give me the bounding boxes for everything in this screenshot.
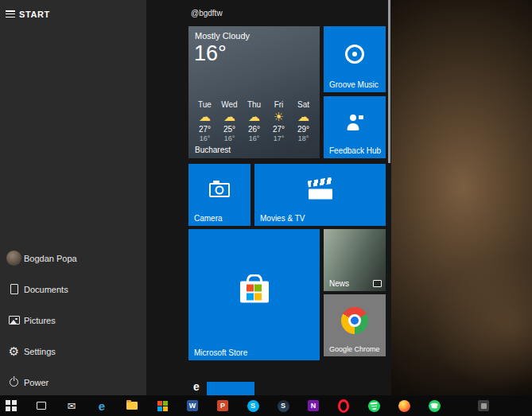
cloud-icon: ☁	[192, 109, 217, 124]
spotify-icon	[367, 399, 380, 412]
groove-music-icon	[345, 45, 364, 64]
taskbar-word[interactable]: W	[186, 399, 199, 412]
taskbar-app[interactable]	[477, 399, 490, 412]
edge-icon: e	[99, 400, 105, 412]
partial-tile-edge[interactable]: e	[193, 380, 200, 393]
chrome-logo-icon	[341, 307, 368, 334]
tile-weather[interactable]: Mostly Cloudy 16° Tue ☁ 27° 16° Wed ☁ 25…	[188, 26, 320, 158]
partial-tile[interactable]	[207, 382, 254, 395]
tile-movies-tv[interactable]: Movies & TV	[254, 164, 386, 226]
task-view-button[interactable]	[35, 399, 48, 412]
gear-icon: ⚙	[6, 344, 21, 359]
user-avatar	[6, 251, 21, 266]
sidebar-item-power[interactable]: Power	[0, 367, 146, 398]
sidebar-items: Bogdan Popa Documents Pictures ⚙ Setting…	[0, 243, 146, 398]
sidebar-item-settings[interactable]: ⚙ Settings	[0, 336, 146, 367]
word-icon: W	[187, 400, 198, 411]
sidebar-item-label: Power	[24, 378, 49, 387]
windows-logo-icon	[6, 400, 17, 411]
camera-icon	[209, 183, 230, 197]
forecast-col: Thu ☁ 26° 16°	[242, 100, 266, 142]
weather-current-temp: 16°	[194, 41, 227, 66]
sun-icon: ☀	[266, 109, 291, 124]
taskbar-powerpoint[interactable]: P	[216, 399, 229, 412]
power-icon	[6, 375, 21, 390]
sidebar-item-label: Documents	[24, 285, 68, 294]
steam-icon: S	[278, 400, 289, 412]
cloud-icon: ☁	[291, 109, 316, 124]
forecast-col: Sat ☁ 29° 18°	[291, 100, 316, 142]
screen: START Bogdan Popa Documents Pictures ⚙ S…	[0, 0, 532, 416]
forecast-col: Tue ☁ 27° 16°	[192, 100, 217, 142]
start-button[interactable]	[5, 399, 17, 412]
news-photo-badge-icon	[373, 280, 382, 287]
weather-condition: Mostly Cloudy	[195, 31, 250, 41]
sidebar-item-label: Settings	[24, 347, 56, 356]
opera-icon	[338, 399, 349, 413]
start-sidebar: START Bogdan Popa Documents Pictures ⚙ S…	[0, 0, 146, 395]
taskbar-opera[interactable]	[337, 399, 350, 412]
store-flag-icon	[157, 401, 168, 411]
tile-feedback-hub[interactable]: Feedback Hub	[324, 96, 386, 158]
mail-icon: ✉	[68, 401, 76, 411]
taskbar-file-explorer[interactable]	[126, 399, 138, 412]
skype-icon: S	[247, 400, 259, 412]
tile-camera[interactable]: Camera	[188, 164, 250, 226]
forecast-col: Wed ☁ 25° 16°	[217, 100, 242, 142]
powerpoint-icon: P	[217, 400, 228, 411]
sidebar-item-documents[interactable]: Documents	[0, 274, 146, 305]
app-icon	[478, 400, 489, 411]
onenote-icon: N	[308, 400, 319, 411]
sidebar-item-user[interactable]: Bogdan Popa	[0, 243, 146, 274]
sidebar-item-pictures[interactable]: Pictures	[0, 305, 146, 336]
tile-news[interactable]: News	[324, 229, 386, 291]
taskbar-mail[interactable]: ✉	[65, 399, 78, 412]
folder-icon	[126, 402, 138, 410]
store-bag-icon	[240, 282, 269, 303]
firefox-icon	[398, 400, 410, 412]
taskbar-spotify[interactable]	[367, 399, 380, 412]
taskbar-microsoft-store[interactable]	[156, 399, 169, 412]
tile-group-title[interactable]: @bgdftw	[191, 9, 223, 17]
document-icon	[6, 282, 21, 297]
hamburger-icon[interactable]	[6, 10, 16, 19]
start-menu-title: START	[19, 10, 50, 19]
taskbar-whatsapp[interactable]: ☎	[428, 399, 441, 412]
pictures-icon	[6, 313, 21, 328]
tile-groove-music[interactable]: Groove Music	[324, 26, 386, 92]
taskbar-firefox[interactable]	[398, 399, 410, 412]
whatsapp-icon: ☎	[429, 400, 441, 412]
weather-forecast: Tue ☁ 27° 16° Wed ☁ 25° 16° Thu ☁ 26° 16…	[192, 100, 316, 142]
cloud-icon: ☁	[217, 109, 242, 124]
forecast-col: Fri ☀ 27° 17°	[266, 100, 291, 142]
cloud-icon: ☁	[242, 109, 266, 124]
taskbar-skype[interactable]: S	[247, 399, 259, 412]
taskbar-steam[interactable]: S	[277, 399, 289, 412]
clapperboard-icon	[309, 181, 332, 199]
start-menu-scrollbar[interactable]	[388, 0, 390, 163]
sidebar-item-label: Bogdan Popa	[24, 254, 77, 263]
taskbar-edge[interactable]: e	[95, 399, 108, 412]
start-menu: START Bogdan Popa Documents Pictures ⚙ S…	[0, 0, 391, 395]
tile-google-chrome[interactable]: Google Chrome	[324, 294, 386, 356]
task-view-icon	[37, 402, 46, 410]
taskbar: ✉ e W P S S N	[0, 395, 532, 416]
feedback-hub-icon	[346, 115, 363, 130]
tile-microsoft-store[interactable]: Microsoft Store	[188, 229, 320, 360]
sidebar-item-label: Pictures	[24, 316, 56, 325]
taskbar-onenote[interactable]: N	[307, 399, 320, 412]
weather-location: Bucharest	[195, 146, 231, 154]
